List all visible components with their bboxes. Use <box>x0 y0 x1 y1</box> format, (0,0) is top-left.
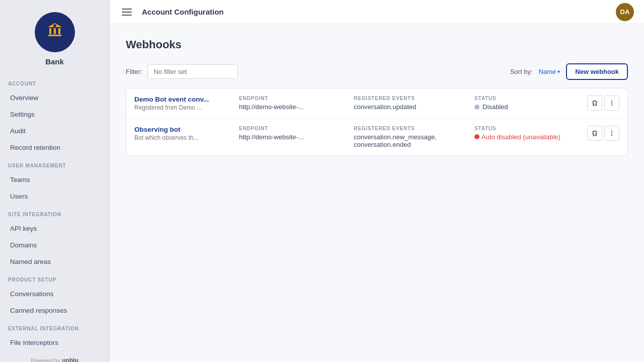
webhook-desc: Registered from Demo ... <box>134 104 235 111</box>
svg-rect-4 <box>48 35 61 36</box>
webhook-events-col: REGISTERED EVENTS conversation.new_messa… <box>354 126 470 148</box>
events-col-header: REGISTERED EVENTS <box>354 126 470 131</box>
webhook-events: conversation.new_message, conversation.e… <box>354 133 470 148</box>
webhook-name: Observing bot <box>134 126 235 133</box>
sort-value[interactable]: Name ▾ <box>539 68 560 75</box>
main-area: Account Configuration DA Webhooks Filter… <box>110 0 644 362</box>
filter-left: Filter: <box>126 64 238 79</box>
webhook-endpoint: http://demo-website-... <box>239 133 350 141</box>
hamburger-line-2 <box>122 12 132 13</box>
status-dot-red-icon <box>474 134 479 139</box>
chevron-down-icon: ▾ <box>557 69 560 74</box>
nav-section-user-management: USER MANAGEMENT Teams Users <box>0 156 109 205</box>
sidebar-item-conversations[interactable]: Conversations <box>4 286 105 302</box>
svg-rect-1 <box>49 28 51 34</box>
menu-toggle-button[interactable] <box>120 7 134 18</box>
sidebar-item-file-interceptors[interactable]: File interceptors <box>4 334 105 351</box>
sidebar: Bank ACCOUNT Overview Settings Audit Rec… <box>0 0 110 362</box>
sidebar-item-canned-responses[interactable]: Canned responses <box>4 302 105 319</box>
hamburger-line-1 <box>122 9 132 10</box>
svg-rect-2 <box>54 28 56 34</box>
svg-point-10 <box>611 133 612 134</box>
filter-input[interactable] <box>147 64 238 79</box>
sidebar-item-api-keys[interactable]: API keys <box>4 220 105 237</box>
section-label-site-integration: SITE INTEGRATION <box>4 205 105 220</box>
section-label-account: ACCOUNT <box>4 74 105 89</box>
filter-label: Filter: <box>126 68 142 75</box>
trash-icon <box>591 100 598 107</box>
nav-section-account: ACCOUNT Overview Settings Audit Record r… <box>0 74 109 156</box>
more-options-button[interactable] <box>604 96 619 111</box>
svg-point-8 <box>611 105 612 106</box>
filter-bar: Filter: Sort by: Name ▾ New webhook <box>126 63 628 80</box>
webhook-endpoint: http://demo-website-... <box>239 103 350 111</box>
sidebar-item-overview[interactable]: Overview <box>4 89 105 106</box>
status-label: Auto disabled (unavailable) <box>481 133 560 141</box>
delete-webhook-button[interactable] <box>587 126 602 141</box>
filter-right: Sort by: Name ▾ New webhook <box>510 63 628 80</box>
svg-point-11 <box>611 135 612 136</box>
powered-by: Powered by unblu <box>31 351 78 362</box>
more-options-button[interactable] <box>604 126 619 141</box>
sidebar-item-teams[interactable]: Teams <box>4 171 105 188</box>
avatar[interactable]: DA <box>616 3 634 21</box>
powered-by-label: Powered by <box>31 357 60 362</box>
sidebar-item-named-areas[interactable]: Named areas <box>4 253 105 270</box>
svg-point-7 <box>611 103 612 104</box>
svg-point-5 <box>53 24 56 27</box>
org-logo <box>35 12 75 52</box>
webhook-events-col: REGISTERED EVENTS conversation.updated <box>354 96 470 111</box>
page-title: Account Configuration <box>142 8 608 16</box>
webhook-events: conversation.updated <box>354 103 470 111</box>
trash-icon <box>591 130 598 137</box>
events-col-header: REGISTERED EVENTS <box>354 96 470 101</box>
hamburger-line-3 <box>122 15 132 16</box>
logo-container: Bank <box>35 0 75 74</box>
sort-label: Sort by: <box>510 68 533 75</box>
webhooks-heading: Webhooks <box>126 38 628 51</box>
webhook-actions-col <box>579 96 619 111</box>
bank-icon <box>44 19 66 46</box>
org-name: Bank <box>45 57 64 66</box>
webhook-name-col: Demo Bot event conv... Registered from D… <box>134 96 235 111</box>
webhook-status-col: STATUS Disabled <box>474 96 575 111</box>
new-webhook-button[interactable]: New webhook <box>566 63 628 80</box>
nav-section-external-integration: EXTERNAL INTEGRATION File interceptors <box>0 319 109 351</box>
sidebar-item-audit[interactable]: Audit <box>4 123 105 139</box>
webhook-endpoint-col: ENDPOINT http://demo-website-... <box>239 126 350 141</box>
more-vertical-icon <box>608 100 615 107</box>
unblu-brand: unblu <box>62 357 78 362</box>
endpoint-col-header: ENDPOINT <box>239 126 350 131</box>
status-dot-grey-icon <box>474 105 479 110</box>
svg-rect-3 <box>58 28 60 34</box>
sidebar-item-settings[interactable]: Settings <box>4 106 105 123</box>
status-disabled: Disabled <box>474 103 575 111</box>
table-row: Observing bot Bot which observes th... E… <box>126 119 627 155</box>
webhook-actions-col <box>579 126 619 141</box>
section-label-user-management: USER MANAGEMENT <box>4 156 105 171</box>
webhook-desc: Bot which observes th... <box>134 134 235 141</box>
sidebar-item-users[interactable]: Users <box>4 188 105 205</box>
webhook-status-col: STATUS Auto disabled (unavailable) <box>474 126 575 141</box>
webhooks-table: Demo Bot event conv... Registered from D… <box>126 88 628 156</box>
nav-section-product-setup: PRODUCT SETUP Conversations Canned respo… <box>0 270 109 319</box>
status-col-header: STATUS <box>474 96 575 101</box>
delete-webhook-button[interactable] <box>587 96 602 111</box>
section-label-external-integration: EXTERNAL INTEGRATION <box>4 319 105 334</box>
webhook-name-col: Observing bot Bot which observes th... <box>134 126 235 141</box>
sort-value-text: Name <box>539 68 556 75</box>
table-row: Demo Bot event conv... Registered from D… <box>126 88 627 119</box>
sidebar-item-domains[interactable]: Domains <box>4 237 105 253</box>
webhook-name: Demo Bot event conv... <box>134 96 235 103</box>
nav-section-site-integration: SITE INTEGRATION API keys Domains Named … <box>0 205 109 270</box>
content-area: Webhooks Filter: Sort by: Name ▾ New web… <box>110 24 644 362</box>
svg-point-9 <box>611 131 612 132</box>
sidebar-item-record-retention[interactable]: Record retention <box>4 139 105 156</box>
status-col-header: STATUS <box>474 126 575 131</box>
endpoint-col-header: ENDPOINT <box>239 96 350 101</box>
svg-point-6 <box>611 101 612 102</box>
more-vertical-icon <box>608 130 615 137</box>
section-label-product-setup: PRODUCT SETUP <box>4 270 105 286</box>
webhook-endpoint-col: ENDPOINT http://demo-website-... <box>239 96 350 111</box>
status-auto-disabled-row: Auto disabled (unavailable) <box>474 133 575 141</box>
